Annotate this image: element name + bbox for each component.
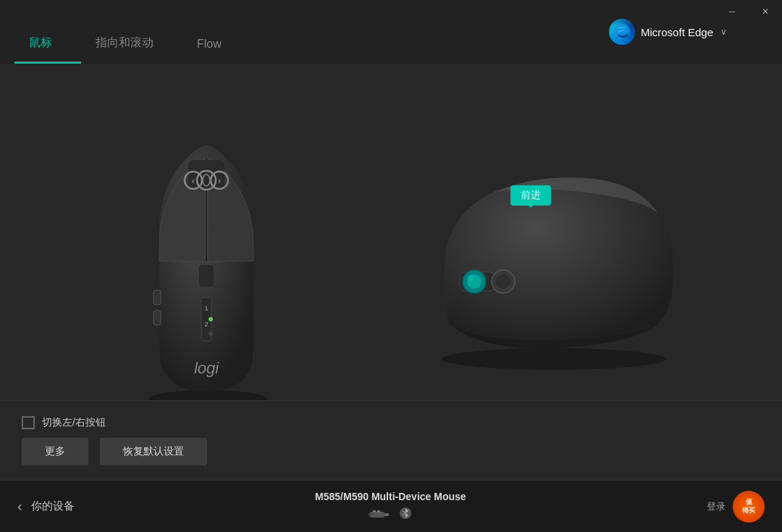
- mouse-front-view: ‹ › 1 2 logi: [91, 120, 322, 424]
- device-name: M585/M590 Multi-Device Mouse: [315, 491, 466, 502]
- bottom-controls: 切换左/右按钮 更多 恢复默认设置: [0, 400, 782, 480]
- checkbox-row: 切换左/右按钮: [22, 416, 760, 429]
- minimize-button[interactable]: ─: [715, 0, 749, 23]
- button-row: 更多 恢复默认设置: [22, 438, 760, 465]
- swap-buttons-checkbox[interactable]: [22, 416, 35, 429]
- edge-icon: [609, 19, 635, 45]
- footer: ‹ 你的设备 M585/M590 Multi-Device Mouse: [0, 480, 782, 532]
- mouse-front-svg: ‹ › 1 2 logi: [127, 131, 286, 413]
- footer-back[interactable]: ‹ 你的设备: [17, 498, 75, 515]
- window-controls: ─ ✕: [715, 0, 782, 23]
- swap-buttons-label: 切换左/右按钮: [42, 416, 106, 429]
- svg-rect-17: [154, 290, 161, 305]
- svg-rect-18: [154, 311, 161, 325]
- your-devices-label: 你的设备: [31, 499, 75, 513]
- login-label[interactable]: 登录: [707, 500, 726, 513]
- svg-point-23: [468, 275, 474, 281]
- svg-text:‹: ‹: [192, 176, 195, 186]
- svg-rect-28: [369, 513, 371, 516]
- svg-text:logi: logi: [194, 359, 219, 377]
- footer-center: M585/M590 Multi-Device Mouse: [75, 491, 707, 523]
- top-navigation: 鼠标 指向和滚动 Flow: [0, 0, 782, 64]
- mouse-side-svg: [420, 164, 688, 381]
- svg-point-13: [209, 317, 213, 321]
- svg-rect-30: [377, 510, 380, 512]
- svg-text:›: ›: [218, 176, 221, 186]
- tab-mouse[interactable]: 鼠标: [14, 35, 81, 64]
- tooltip-bubble: 前进: [510, 185, 551, 206]
- svg-rect-29: [373, 510, 376, 512]
- watermark-logo: 值得买: [733, 491, 765, 523]
- mouse-side-view: 前进: [416, 142, 691, 402]
- nav-tabs: 鼠标 指向和滚动 Flow: [0, 0, 251, 64]
- footer-icons: [369, 507, 412, 523]
- footer-right: 登录 值得买: [707, 491, 765, 523]
- usb-icon: [369, 508, 392, 521]
- svg-point-15: [209, 332, 213, 336]
- tab-pointing[interactable]: 指向和滚动: [81, 35, 182, 64]
- more-button[interactable]: 更多: [22, 438, 88, 465]
- close-button[interactable]: ✕: [749, 0, 782, 23]
- svg-rect-27: [384, 513, 389, 516]
- svg-rect-26: [370, 512, 384, 518]
- back-arrow-icon: ‹: [17, 498, 22, 515]
- tab-flow[interactable]: Flow: [182, 38, 251, 64]
- profile-name: Microsoft Edge: [641, 26, 713, 38]
- svg-text:2: 2: [204, 321, 208, 328]
- svg-point-25: [496, 274, 510, 289]
- reset-button[interactable]: 恢复默认设置: [100, 438, 207, 465]
- bluetooth-icon: [399, 507, 412, 523]
- svg-point-19: [442, 348, 666, 370]
- svg-text:1: 1: [204, 305, 208, 312]
- svg-rect-10: [199, 265, 214, 287]
- profile-chevron-icon: ∨: [720, 27, 727, 37]
